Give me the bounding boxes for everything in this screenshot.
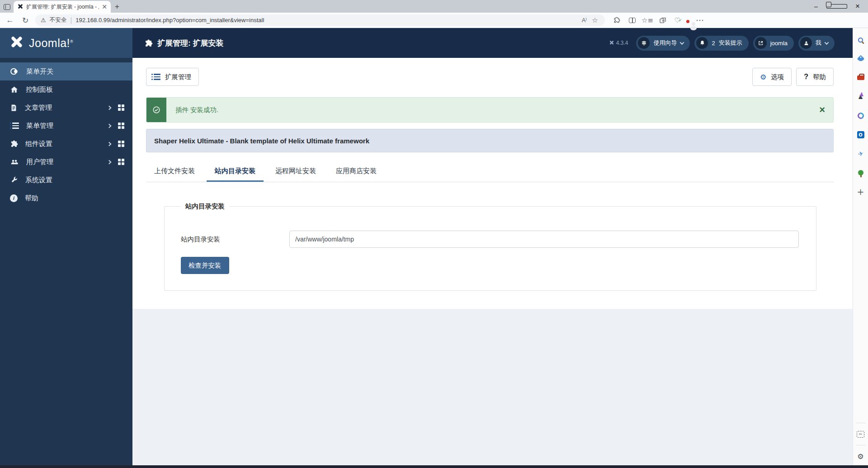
security-label[interactable]: 不安全 bbox=[50, 16, 67, 24]
person-icon bbox=[800, 37, 812, 49]
chevron-right-icon[interactable] bbox=[107, 160, 112, 164]
chevron-down-icon bbox=[680, 40, 684, 45]
bell-icon bbox=[696, 37, 708, 49]
close-icon[interactable]: × bbox=[811, 98, 833, 122]
sidebar-item-content[interactable]: 文章管理 bbox=[0, 99, 132, 117]
chevron-right-icon[interactable] bbox=[107, 105, 112, 110]
dashboard-grid-icon[interactable] bbox=[118, 141, 124, 147]
article-icon bbox=[10, 104, 18, 112]
alert-message: 插件 安装成功. bbox=[166, 98, 811, 122]
outlook-icon[interactable]: O bbox=[856, 130, 865, 139]
chevron-down-icon bbox=[825, 40, 829, 45]
success-alert: 插件 安装成功. × bbox=[146, 97, 834, 123]
joomla-logo-text: Joomla!® bbox=[29, 37, 73, 50]
folder-field-label: 站内目录安装 bbox=[181, 235, 289, 244]
sidebar-item-users[interactable]: 用户管理 bbox=[0, 153, 132, 171]
sidebar-item-dashboard[interactable]: 控制面板 bbox=[0, 80, 132, 99]
window-restore-button[interactable] bbox=[826, 0, 847, 13]
favorite-star-icon[interactable]: ☆ bbox=[590, 16, 599, 25]
extensions-icon[interactable] bbox=[612, 16, 621, 25]
browser-tab[interactable]: 扩展管理: 扩展安装 - joomla - 后 ✕ bbox=[14, 1, 111, 13]
sidebar-item-help[interactable]: i 帮助 bbox=[0, 189, 132, 207]
tab-install-from-url[interactable]: 远程网址安装 bbox=[267, 161, 324, 182]
sidebar-item-label: 系统设置 bbox=[25, 176, 124, 184]
joomla-x-icon bbox=[9, 35, 24, 51]
more-menu-icon[interactable]: ⋯ bbox=[695, 16, 704, 25]
gear-icon: ⚙ bbox=[760, 73, 766, 81]
rail-divider bbox=[856, 445, 866, 445]
refresh-icon[interactable]: ↻ bbox=[20, 16, 31, 25]
guided-tour-button[interactable]: 使用向导 bbox=[636, 36, 690, 51]
options-button[interactable]: ⚙ 选项 bbox=[752, 68, 792, 86]
sidebar-item-menus[interactable]: 菜单管理 bbox=[0, 117, 132, 135]
add-icon[interactable]: + bbox=[856, 187, 865, 196]
loop-icon[interactable] bbox=[856, 111, 865, 120]
address-bar[interactable]: ⚠ 不安全 | 192.168.0.99/administrator/index… bbox=[35, 14, 605, 26]
sidebar-item-label: 组件设置 bbox=[25, 140, 100, 148]
user-menu-button[interactable]: 我 bbox=[798, 36, 835, 51]
install-folder-input[interactable] bbox=[289, 231, 799, 248]
joomla-logo[interactable]: Joomla!® bbox=[0, 28, 132, 58]
notifications-button[interactable]: 2 安装提示 bbox=[694, 36, 748, 51]
browser-essentials-icon[interactable]: ♡✓ bbox=[674, 16, 683, 25]
sidebar-item-system[interactable]: 系统设置 bbox=[0, 171, 132, 189]
fieldset-legend: 站内目录安装 bbox=[181, 202, 229, 211]
install-tabs: 上传文件安装 站内目录安装 远程网址安装 应用商店安装 bbox=[146, 161, 834, 182]
question-icon: ? bbox=[804, 73, 808, 81]
check-and-install-button[interactable]: 检查并安装 bbox=[181, 257, 229, 274]
help-button[interactable]: ? 帮助 bbox=[796, 68, 834, 86]
dashboard-grid-icon[interactable] bbox=[118, 159, 124, 165]
tab-install-from-web[interactable]: 应用商店安装 bbox=[328, 161, 385, 182]
extensions-puzzle-icon bbox=[144, 39, 153, 47]
pill-label: 安装提示 bbox=[719, 39, 742, 47]
address-separator: | bbox=[70, 16, 72, 24]
collections-icon[interactable] bbox=[658, 16, 667, 25]
tab-close-icon[interactable]: ✕ bbox=[102, 4, 107, 10]
window-minimize-button[interactable]: – bbox=[806, 0, 826, 13]
puzzle-icon bbox=[10, 140, 18, 148]
settings-icon[interactable]: ⚙ bbox=[856, 452, 865, 461]
toolbox-icon[interactable] bbox=[856, 73, 865, 82]
tab-title: 扩展管理: 扩展安装 - joomla - 后 bbox=[26, 3, 99, 11]
extension-heading: Shaper Helix Ultimate - Blank template o… bbox=[146, 129, 834, 152]
list-icon bbox=[154, 74, 160, 80]
external-link-icon bbox=[755, 37, 767, 49]
tab-upload-package[interactable]: 上传文件安装 bbox=[146, 161, 203, 182]
menu-list-icon bbox=[12, 123, 19, 129]
sidebar-item-menu-toggle[interactable]: 菜单开关 bbox=[0, 62, 132, 80]
grow-icon[interactable] bbox=[856, 168, 865, 177]
sidebar-item-label: 菜单开关 bbox=[26, 67, 124, 76]
games-icon[interactable]: ♟ bbox=[856, 92, 865, 101]
tab-actions-menu[interactable] bbox=[0, 1, 14, 13]
screenshot-icon[interactable]: ✂ bbox=[856, 430, 865, 439]
shopping-tag-icon[interactable] bbox=[856, 54, 865, 63]
main-content: 扩展管理 ⚙ 选项 ? 帮助 bbox=[132, 58, 853, 465]
new-tab-button[interactable]: + bbox=[111, 1, 123, 13]
joomla-header: 扩展管理: 扩展安装 4.3.4 使用向导 bbox=[132, 28, 853, 58]
window-close-button[interactable]: × bbox=[847, 0, 868, 13]
chevron-right-icon[interactable] bbox=[107, 142, 112, 146]
chevron-right-icon[interactable] bbox=[107, 123, 112, 128]
back-icon[interactable]: ← bbox=[5, 16, 15, 25]
home-icon bbox=[10, 85, 19, 94]
dashboard-grid-icon[interactable] bbox=[118, 123, 124, 129]
read-aloud-icon[interactable]: A) bbox=[582, 17, 587, 24]
info-icon: i bbox=[10, 194, 18, 202]
users-icon bbox=[10, 158, 19, 166]
preview-site-button[interactable]: joomla bbox=[753, 36, 794, 51]
dashboard-grid-icon[interactable] bbox=[118, 104, 124, 111]
url-text[interactable]: 192.168.0.99/administrator/index.php?opt… bbox=[75, 17, 578, 24]
sidebar-item-components[interactable]: 组件设置 bbox=[0, 135, 132, 153]
browser-toolbar: ← ↻ ⚠ 不安全 | 192.168.0.99/administrator/i… bbox=[0, 13, 868, 28]
wrench-icon bbox=[10, 176, 18, 184]
install-folder-fieldset: 站内目录安装 站内目录安装 检查并安装 bbox=[164, 202, 816, 291]
page-title: 扩展管理: 扩展安装 bbox=[144, 38, 223, 48]
favorites-list-icon[interactable]: ☆≡ bbox=[643, 16, 652, 25]
split-screen-icon[interactable] bbox=[627, 16, 637, 25]
extensions-manage-button[interactable]: 扩展管理 bbox=[146, 68, 199, 86]
search-icon[interactable] bbox=[856, 35, 865, 44]
restore-icon bbox=[826, 4, 847, 9]
tab-install-from-folder[interactable]: 站内目录安装 bbox=[207, 161, 264, 182]
browser-tab-strip: 扩展管理: 扩展安装 - joomla - 后 ✕ + – × bbox=[0, 0, 868, 13]
drop-icon[interactable]: ✈ bbox=[855, 148, 866, 159]
